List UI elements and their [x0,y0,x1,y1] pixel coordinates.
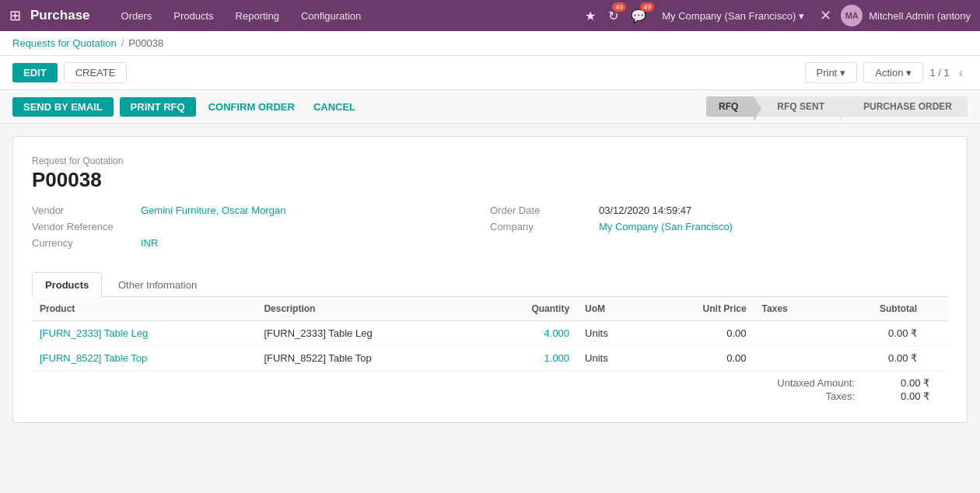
company-field-row: Company My Company (San Francisco) [490,221,948,233]
col-product: Product [32,297,256,321]
print-rfq-button[interactable]: PRINT RFQ [120,97,196,117]
main-content: Request for Quotation P00038 Vendor Gemi… [0,124,980,492]
cell-taxes-1 [754,321,829,346]
table-row: [FURN_8522] Table Top [FURN_8522] Table … [32,346,948,371]
cell-uom-1: Units [577,321,647,346]
tab-products[interactable]: Products [32,272,102,297]
chevron-down-icon: ▾ [799,10,804,22]
status-steps: RFQ RFQ SENT PURCHASE ORDER [706,96,968,117]
action-label: Action [875,67,903,79]
untaxed-label: Untaxed Amount: [758,377,867,389]
col-taxes: Taxes [754,297,829,321]
cell-price-1: 0.00 [647,321,754,346]
print-label: Print [817,67,838,79]
cell-subtotal-2: 0.00 ₹ [829,346,925,371]
topnav-right: ★ ↻ 49 💬 49 My Company (San Francisco) ▾… [582,4,971,27]
col-uom: UoM [577,297,647,321]
left-fields: Vendor Gemini Furniture, Oscar Morgan Ve… [32,205,490,253]
action-button[interactable]: Action ▾ [863,62,923,83]
create-button[interactable]: CREATE [64,62,128,83]
product-table: Product Description Quantity UoM Unit Pr… [32,297,948,371]
summary-area: Untaxed Amount: 0.00 ₹ Taxes: 0.00 ₹ [32,377,948,402]
cell-taxes-2 [754,346,829,371]
order-date-value[interactable]: 03/12/2020 14:59:47 [599,205,691,216]
chat-badge: 49 [640,2,654,12]
prev-arrow[interactable]: ‹ [954,65,968,82]
nav-orders[interactable]: Orders [112,5,162,26]
refresh-badge: 49 [612,2,626,12]
confirm-order-button[interactable]: CONFIRM ORDER [202,97,301,117]
print-chevron-icon: ▾ [840,67,845,79]
edit-button[interactable]: EDIT [12,63,58,82]
workflow-bar: SEND BY EMAIL PRINT RFQ CONFIRM ORDER CA… [0,90,980,124]
print-button[interactable]: Print ▾ [805,62,858,83]
send-email-button[interactable]: SEND BY EMAIL [12,97,114,117]
currency-label: Currency [32,237,141,249]
company-name: My Company (San Francisco) [662,10,796,22]
grid-icon[interactable]: ⊞ [9,7,21,24]
user-name[interactable]: Mitchell Admin (antony [869,10,971,22]
cell-desc-2: [FURN_8522] Table Top [256,346,480,371]
action-chevron-icon: ▾ [906,67,912,79]
company-selector[interactable]: My Company (San Francisco) ▾ [656,7,810,25]
col-actions [925,297,948,321]
col-quantity: Quantity [481,297,577,321]
breadcrumb-parent[interactable]: Requests for Quotation [12,37,117,49]
tabs-container: Products Other Information [32,272,948,297]
cell-desc-1: [FURN_2333] Table Leg [256,321,480,346]
col-unit-price: Unit Price [647,297,754,321]
form-order-number: P00038 [32,168,948,192]
order-date-label: Order Date [490,205,599,216]
star-icon[interactable]: ★ [582,5,599,26]
taxes-value: 0.00 ₹ [867,390,929,402]
avatar[interactable]: MA [841,5,863,26]
cell-uom-2: Units [577,346,647,371]
app-title: Purchase [30,8,90,23]
product-link-2[interactable]: [FURN_8522] Table Top [40,352,147,364]
product-link-1[interactable]: [FURN_2333] Table Leg [40,327,148,339]
table-row: [FURN_2333] Table Leg [FURN_2333] Table … [32,321,948,346]
cancel-button[interactable]: CANCEL [307,97,362,117]
cell-price-2: 0.00 [647,346,754,371]
nav-reporting[interactable]: Reporting [226,5,289,26]
status-rfq[interactable]: RFQ [706,96,754,117]
status-rfq-sent[interactable]: RFQ SENT [755,96,840,117]
cell-actions-1 [925,321,948,346]
nav-products[interactable]: Products [164,5,222,26]
tab-other-information[interactable]: Other Information [105,272,210,297]
breadcrumb-separator: / [121,37,124,49]
untaxed-value: 0.00 ₹ [867,377,929,389]
pagination-text: 1 / 1 [929,67,949,79]
refresh-icon[interactable]: ↻ 49 [605,5,621,26]
taxes-label: Taxes: [758,390,867,402]
vendor-ref-label: Vendor Reference [32,221,141,233]
fields-grid: Vendor Gemini Furniture, Oscar Morgan Ve… [32,205,948,253]
vendor-ref-field-row: Vendor Reference [32,221,490,233]
form-subtitle: Request for Quotation [32,156,948,166]
right-fields: Order Date 03/12/2020 14:59:47 Company M… [490,205,948,253]
taxes-row: Taxes: 0.00 ₹ [32,390,929,402]
vendor-label: Vendor [32,205,141,216]
chat-icon[interactable]: 💬 49 [628,5,649,26]
untaxed-row: Untaxed Amount: 0.00 ₹ [32,377,929,389]
col-description: Description [256,297,480,321]
top-navigation: ⊞ Purchase Orders Products Reporting Con… [0,0,980,31]
status-purchase-order[interactable]: PURCHASE ORDER [842,96,968,117]
cell-qty-1: 4.000 [481,321,577,346]
avatar-initials: MA [845,11,859,20]
cell-product-2: [FURN_8522] Table Top [32,346,256,371]
nav-menu: Orders Products Reporting Configuration [112,5,576,26]
company-value[interactable]: My Company (San Francisco) [599,221,733,233]
cell-qty-2: 1.000 [481,346,577,371]
currency-value[interactable]: INR [141,237,158,249]
order-date-field-row: Order Date 03/12/2020 14:59:47 [490,205,948,216]
vendor-value[interactable]: Gemini Furniture, Oscar Morgan [141,205,285,216]
cell-actions-2 [925,346,948,371]
breadcrumb: Requests for Quotation / P00038 [0,31,980,56]
close-icon[interactable]: ✕ [817,4,835,27]
nav-configuration[interactable]: Configuration [292,5,370,26]
breadcrumb-current: P00038 [128,37,163,49]
company-label: Company [490,221,599,233]
pagination: 1 / 1 ‹ [929,65,968,82]
table-header-row: Product Description Quantity UoM Unit Pr… [32,297,948,321]
